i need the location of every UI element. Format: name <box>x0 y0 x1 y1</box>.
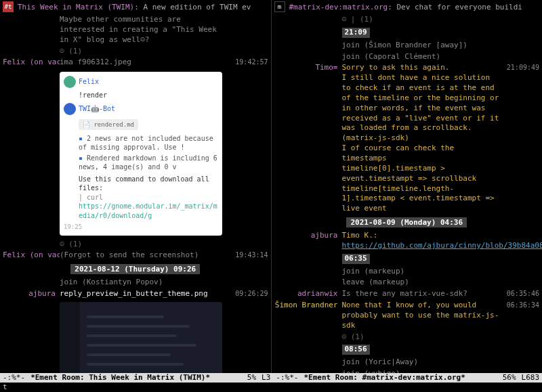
list-item: ▪ 2 news are not included because of mis… <box>79 134 218 152</box>
join-event: join (markeup) <box>342 267 502 277</box>
card-command: !render <box>79 91 218 100</box>
message-body: None that I know of, you would probably … <box>342 301 502 331</box>
reaction-row: ☺ (1) <box>274 332 540 343</box>
right-pane: m #matrix-dev:matrix.org : Dev chat for … <box>272 0 543 373</box>
minibuffer[interactable]: t <box>0 383 542 392</box>
status-left: -:%*- <box>273 373 301 383</box>
message-row: Timo= Sorry to ask this again. I still d… <box>274 63 540 214</box>
image-thumbnail[interactable] <box>60 302 222 373</box>
message-row: Felix (on vaca (Forgot to send the scree… <box>3 251 268 261</box>
sender: Felix (on vaca <box>3 251 60 261</box>
message-body: Timo K.: https://github.com/ajbura/cinny… <box>342 231 543 251</box>
date-label: 2021-08-12 (Thursday) 09:26 <box>70 264 200 274</box>
message-row: Maybe other communities are interested i… <box>3 15 268 45</box>
message-row: ajbura reply_preview_in_butter_theme.png… <box>3 289 268 299</box>
sender: Felix (on vaca <box>3 58 60 68</box>
time-badge: 06:35 <box>342 254 370 264</box>
join-row: join (Kostiantyn Popov) <box>3 278 268 288</box>
sender: Timo= <box>274 63 342 214</box>
room-avatar-icon: #t <box>3 1 14 12</box>
reaction-row: ☺ (1) <box>3 240 268 250</box>
room-topic: : A new edition of TWIM ev <box>134 3 251 12</box>
mode-line: -:%*- *Ement Room: This Week in Matrix (… <box>0 373 542 383</box>
reaction-count: (1) <box>351 332 364 341</box>
message-body[interactable]: reply_preview_in_butter_theme.png <box>60 289 230 299</box>
reaction-row: ☺ | (1) <box>274 15 540 25</box>
message-row: ajbura Timo K.: https://github.com/ajbur… <box>274 231 540 251</box>
join-event: join (Caporal Clément) <box>342 52 502 62</box>
message-body: Is there any matrix-vue-sdk? <box>342 289 502 299</box>
reaction-count: (1) <box>360 15 373 24</box>
split-view: #t This Week in Matrix (TWIM) : A new ed… <box>0 0 542 373</box>
timestamp: 06:35:46 <box>501 289 539 299</box>
message-list-left[interactable]: Maybe other communities are interested i… <box>0 14 271 373</box>
join-event: join (Kostiantyn Popov) <box>60 278 230 288</box>
status-buffer: *Ement Room: This Week in Matrix (TWIM)* <box>28 373 213 383</box>
timestamp: 19:43:14 <box>230 251 268 261</box>
message-row: adrianwix Is there any matrix-vue-sdk? 0… <box>274 289 540 299</box>
date-separator: 2021-08-12 (Thursday) 09:26 <box>3 265 268 274</box>
card-text: Use this command to download all files: <box>79 175 218 193</box>
status-percent: 5% <box>245 373 259 383</box>
list-item: ▪ Rendered markdown is including 6 news,… <box>79 154 218 172</box>
message-body: Maybe other communities are interested i… <box>60 15 230 45</box>
timestamp: 19:42:57 <box>230 58 268 68</box>
date-separator: 2021-08-09 (Monday) 04:36 <box>274 218 540 227</box>
timestamp: 06:36:34 <box>501 301 539 331</box>
date-label: 2021-08-09 (Monday) 04:36 <box>346 217 467 227</box>
left-pane: #t This Week in Matrix (TWIM) : A new ed… <box>0 0 272 373</box>
reaction-count: (1) <box>68 47 82 56</box>
avatar-icon <box>64 76 76 88</box>
message-body: (Forgot to send the screenshot) <box>60 251 230 261</box>
reaction-icon[interactable]: ☺ (1) <box>60 47 230 57</box>
image-attachment-row: Felix !render TWI🤖-Bot 📄 rendered.md ▪ 2… <box>3 69 268 238</box>
message-row: Šimon Brandner None that I know of, you … <box>274 301 540 331</box>
code-snippet: | curl https://gnome.modular.im/_matrix/… <box>79 193 218 221</box>
message-list-right[interactable]: ☺ | (1) 21:09 join (Šimon Brandner [away… <box>272 14 543 373</box>
room-name: #matrix-dev:matrix.org <box>289 3 388 12</box>
message-row: Felix (on vaca ima f906312.jpeg 19:42:57 <box>3 58 268 68</box>
time-badge: 21:09 <box>342 28 370 38</box>
file-chip[interactable]: 📄 rendered.md <box>79 119 138 130</box>
reaction-icon[interactable]: ☺ (1) <box>60 240 230 250</box>
reaction-count: (1) <box>68 240 82 248</box>
message-body: Sorry to ask this again. I still dont ha… <box>342 63 502 214</box>
room-topic: : Dev chat for everyone buildi <box>388 3 522 12</box>
card-sender: Felix <box>79 77 99 87</box>
room-header-left: #t This Week in Matrix (TWIM) : A new ed… <box>0 0 271 14</box>
avatar-icon <box>64 103 76 115</box>
sender: adrianwix <box>274 289 342 299</box>
sender: ajbura <box>3 289 60 299</box>
reaction-icon[interactable]: ☺ (1) <box>342 332 502 343</box>
status-buffer: *Ement Room: #matrix-dev:matrix.org* <box>301 373 467 383</box>
timestamp: 21:09:49 <box>501 63 539 214</box>
status-line-no: L3 <box>259 373 273 383</box>
join-event: join (Šimon Brandner [away]) <box>342 41 502 51</box>
status-line-no: L683 <box>519 373 542 383</box>
message-body[interactable]: ima f906312.jpeg <box>60 58 230 68</box>
card-bot-name: TWI🤖-Bot <box>79 104 115 114</box>
sender: ajbura <box>274 231 342 251</box>
timestamp: 09:26:29 <box>230 289 268 299</box>
time-badge: 08:56 <box>342 345 370 355</box>
join-event: join (Yoric|Away) <box>342 357 502 368</box>
reaction-icon[interactable]: ☺ | (1) <box>342 15 502 25</box>
card-timestamp: 19:25 <box>64 223 218 231</box>
link[interactable]: https://github.com/ajbura/cinny/blob/39b… <box>342 241 543 250</box>
room-avatar-icon: m <box>274 1 285 12</box>
attachment-preview[interactable]: Felix !render TWI🤖-Bot 📄 rendered.md ▪ 2… <box>60 72 222 235</box>
room-header-right: m #matrix-dev:matrix.org : Dev chat for … <box>272 0 543 14</box>
status-left: -:%*- <box>0 373 28 383</box>
status-percent: 56% <box>500 373 519 383</box>
image-attachment-row <box>3 301 268 373</box>
sender: Šimon Brandner <box>274 301 342 331</box>
leave-event: leave (markeup) <box>342 278 502 288</box>
reaction-row: ☺ (1) <box>3 47 268 57</box>
room-name: This Week in Matrix (TWIM) <box>18 3 134 12</box>
